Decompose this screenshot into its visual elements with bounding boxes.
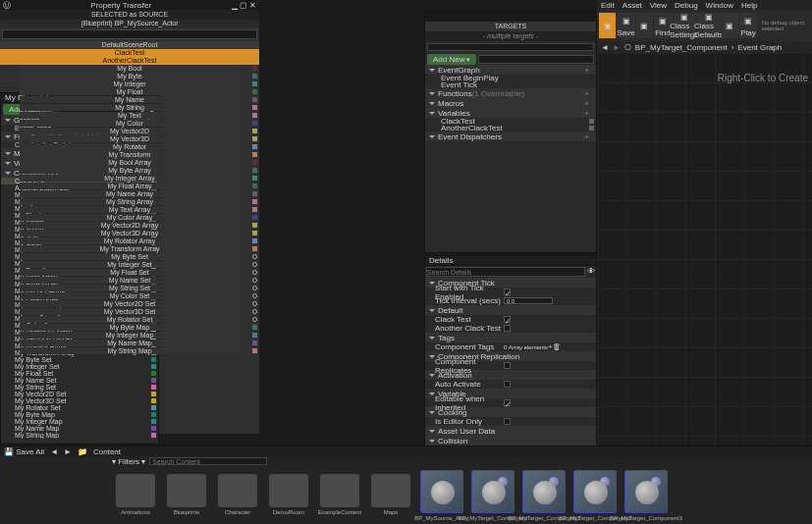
variable-row[interactable]: My Float Set: [1, 370, 158, 377]
transfer-item[interactable]: My Integer Set: [20, 261, 240, 268]
transfer-item[interactable]: My Float Array: [20, 183, 240, 189]
content-search[interactable]: [149, 457, 267, 465]
folder-maps[interactable]: Maps: [367, 470, 414, 521]
toolbar-class-settings[interactable]: ▣Class Settings: [673, 13, 696, 38]
variable-row[interactable]: My Name Set: [1, 377, 158, 384]
maximize-icon[interactable]: ▢: [240, 1, 247, 10]
target-search[interactable]: [427, 43, 594, 51]
details-group-tags[interactable]: Tags: [425, 333, 596, 342]
transfer-item[interactable]: My Float: [20, 88, 240, 95]
transfer-group[interactable]: AnotherClackTest: [0, 57, 259, 65]
transfer-item[interactable]: My Rotator Set: [20, 316, 240, 323]
menu-window[interactable]: Window: [706, 1, 733, 10]
folder-demoroom[interactable]: DemoRoom: [265, 470, 312, 521]
menu-view[interactable]: View: [650, 1, 667, 10]
details-group-default[interactable]: Default: [425, 305, 596, 315]
transfer-item[interactable]: My Integer Map: [20, 332, 240, 339]
toolbar-class-defaults[interactable]: ▣Class Defaults: [697, 13, 721, 38]
transfer-item[interactable]: My Text: [20, 112, 240, 119]
target-add-new-button[interactable]: Add New ▾: [427, 54, 476, 65]
breadcrumb-graph[interactable]: Event Graph: [737, 43, 782, 52]
menu-edit[interactable]: Edit: [601, 1, 615, 10]
variable-row[interactable]: My String Map: [1, 432, 158, 439]
transfer-item[interactable]: My String: [20, 104, 240, 111]
source-search[interactable]: [2, 29, 257, 39]
transfer-item[interactable]: My Vector3D Array: [20, 230, 240, 236]
checkbox[interactable]: [504, 381, 511, 388]
transfer-item[interactable]: My Rotator Array: [20, 237, 240, 244]
toolbar-find[interactable]: ▣Find: [654, 13, 671, 38]
asset-item[interactable]: BP_MySource_Actor: [418, 470, 465, 521]
checkbox[interactable]: ✓: [504, 316, 511, 323]
transfer-item[interactable]: My Transform: [20, 151, 240, 158]
transfer-item[interactable]: My Vector2D Array: [20, 222, 240, 229]
transfer-item[interactable]: My Name Set: [20, 277, 240, 284]
transfer-item[interactable]: My Color Array: [20, 214, 240, 221]
transfer-item[interactable]: My Vector3D: [20, 135, 240, 142]
transfer-item[interactable]: My Text Array: [20, 206, 240, 213]
toolbar-simulation[interactable]: ▣: [722, 13, 738, 38]
transfer-item[interactable]: My String Set: [20, 285, 240, 291]
dropdown[interactable]: 0.0: [504, 297, 553, 304]
debug-dropdown[interactable]: No debug object selected: [762, 20, 810, 31]
asset-item[interactable]: BP_MyTarget_Component2: [571, 470, 619, 521]
checkbox[interactable]: ✓: [504, 399, 511, 406]
details-group-collision[interactable]: Collision: [425, 436, 596, 445]
transfer-item[interactable]: My Name Array: [20, 190, 240, 197]
menu-asset[interactable]: Asset: [623, 1, 642, 10]
variable-row[interactable]: My Vector2D Set: [1, 391, 158, 397]
toolbar-browse[interactable]: ▣: [636, 13, 653, 38]
variable-row[interactable]: My Rotator Set: [1, 404, 158, 411]
transfer-item[interactable]: My String Array: [20, 198, 240, 205]
transfer-item[interactable]: My Byte: [20, 73, 240, 79]
target-filter-search[interactable]: [478, 55, 594, 64]
transfer-item[interactable]: My Transform Array: [20, 245, 240, 252]
transfer-item[interactable]: My Integer Array: [20, 175, 240, 182]
variable-row[interactable]: My String Set: [1, 384, 158, 391]
variable-row[interactable]: My Byte Set: [1, 356, 158, 363]
folder-blueprints[interactable]: Blueprints: [163, 470, 210, 521]
menu-debug[interactable]: Debug: [675, 1, 698, 10]
transfer-item[interactable]: My Name: [20, 96, 240, 103]
transfer-item[interactable]: My Float Set: [20, 269, 240, 276]
toolbar-play[interactable]: ▣Play: [739, 13, 756, 38]
close-icon[interactable]: ✕: [249, 1, 256, 10]
details-group-activation[interactable]: Activation: [425, 370, 596, 380]
checkbox[interactable]: ✓: [504, 288, 511, 295]
target-item[interactable]: AnotherClackTest: [425, 125, 596, 131]
transfer-item[interactable]: My Vector2D Set: [20, 300, 240, 307]
transfer-item[interactable]: My Bool: [20, 65, 240, 72]
variable-row[interactable]: My Vector3D Set: [1, 397, 158, 404]
fwd-icon[interactable]: ►: [613, 43, 621, 52]
variable-row[interactable]: My Integer Set: [1, 363, 158, 370]
transfer-item[interactable]: My Vector2D: [20, 128, 240, 134]
menu-help[interactable]: Help: [741, 1, 757, 10]
clear-icon[interactable]: 🗑: [553, 342, 561, 351]
transfer-item[interactable]: My Integer: [20, 80, 240, 87]
target-section-event-dispatchers[interactable]: Event Dispatchers+: [425, 131, 596, 141]
checkbox[interactable]: [504, 325, 511, 332]
target-section-functions[interactable]: Functions (1 Overridable)+: [425, 88, 596, 98]
details-search[interactable]: [426, 267, 585, 277]
eye-icon[interactable]: 👁: [587, 267, 595, 275]
transfer-group[interactable]: ClackTest: [0, 49, 259, 57]
transfer-item[interactable]: My Name Map: [20, 340, 240, 346]
transfer-item[interactable]: My Color: [20, 120, 240, 127]
save-all-button[interactable]: 💾 Save All: [4, 447, 44, 456]
asset-item[interactable]: BP_MyTarget_Component3: [623, 470, 670, 521]
transfer-group[interactable]: DefaultSceneRoot: [0, 41, 259, 49]
minimize-icon[interactable]: ▁: [232, 1, 238, 10]
details-group-asset-user-data[interactable]: Asset User Data: [425, 426, 596, 436]
variable-row[interactable]: My Byte Map: [1, 411, 158, 418]
graph-canvas[interactable]: Right-Click to Create: [597, 53, 812, 445]
transfer-item[interactable]: My Byte Set: [20, 253, 240, 260]
breadcrumb-component[interactable]: BP_MyTarget_Component: [635, 43, 728, 52]
transfer-item[interactable]: My Color Set: [20, 292, 240, 299]
toolbar-save[interactable]: ▣Save: [617, 13, 634, 38]
asset-item[interactable]: BP_MyTarget_Component1: [520, 470, 568, 521]
transfer-item[interactable]: My Rotator: [20, 143, 240, 150]
checkbox[interactable]: [504, 362, 511, 369]
transfer-item[interactable]: My Byte Array: [20, 167, 240, 174]
folder-animations[interactable]: Animations: [112, 470, 159, 521]
transfer-item[interactable]: My String Map: [20, 347, 240, 354]
